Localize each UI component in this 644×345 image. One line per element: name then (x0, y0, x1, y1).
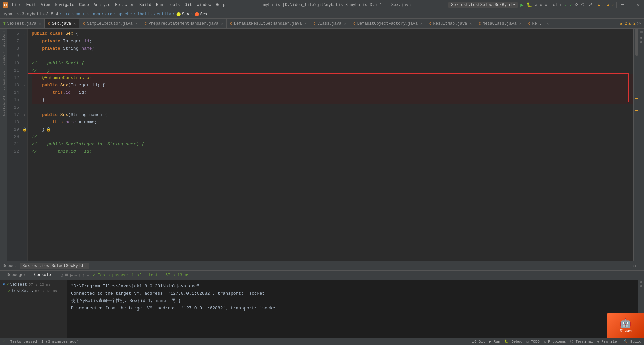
debug-minimize-icon[interactable]: — (639, 263, 641, 268)
tab-more[interactable]: C Re... ✕ (525, 19, 553, 28)
tab-drsh[interactable]: C DefaultResultSetHandler.java ✕ (227, 19, 310, 28)
test-item-sextest[interactable]: ▼ ✓ SexTest 57 s 13 ms (1, 281, 65, 288)
minimize-button[interactable]: — (620, 2, 626, 8)
window-min-max-close[interactable]: — □ ✕ (620, 2, 641, 8)
notifications-warning[interactable]: ▲ 2 (620, 21, 627, 26)
test-expand-icon[interactable]: ▼ (3, 282, 5, 287)
tab-close-drsh[interactable]: ✕ (305, 22, 307, 26)
breadcrumb-ibatis[interactable]: ibatis (137, 12, 152, 17)
notifications-error[interactable]: ▲ 2 (628, 21, 636, 26)
profiler-button[interactable]: ⊗ (540, 2, 542, 7)
editor-scrollbar[interactable] (633, 29, 638, 261)
status-problems-icon[interactable]: ⚠ Problems (544, 339, 566, 344)
tab-console[interactable]: Console (30, 271, 55, 279)
breadcrumb-java[interactable]: java (91, 12, 100, 17)
debug-button[interactable]: 🐛 (526, 2, 532, 8)
tab-close-se[interactable]: ✕ (136, 22, 138, 26)
menu-window[interactable]: Window (197, 3, 211, 7)
git-history[interactable]: ⏱ (581, 2, 585, 7)
expand-tabs-icon[interactable]: ≫ (637, 21, 641, 26)
menu-run[interactable]: Run (156, 3, 163, 7)
menu-refactor[interactable]: Refactor (115, 3, 135, 7)
tab-simpleexecutor[interactable]: C SimpleExecutor.java ✕ (79, 19, 141, 28)
debug-btn-step-over[interactable]: ↷ (74, 273, 77, 278)
breadcrumb-apache[interactable]: apache (118, 12, 132, 17)
menu-analyze[interactable]: Analyze (94, 3, 110, 7)
debug-right-icon-2[interactable]: ⊟ (639, 285, 643, 287)
menu-edit[interactable]: Edit (26, 3, 36, 7)
coverage-button[interactable]: ⊕ (535, 2, 537, 7)
more-run-options[interactable]: ≡ (545, 3, 547, 7)
warnings[interactable]: ▲ 2 (598, 3, 605, 7)
debug-right-icon-1[interactable]: ⊞ (639, 281, 643, 283)
debug-btn-resume[interactable]: ▶ (70, 273, 73, 278)
tab-dof[interactable]: C DefaultObjectFactory.java ✕ (350, 19, 426, 28)
sidebar-structure[interactable]: Structure (1, 68, 6, 93)
sidebar-right-icon-2[interactable]: ⊞ (639, 37, 643, 39)
status-todo-icon[interactable]: ☑ TODO (526, 339, 540, 344)
debug-btn-stop[interactable]: ⏹ (65, 273, 69, 278)
run-button[interactable]: ▶ (520, 2, 524, 8)
code-content[interactable]: public class Sex { private Integer id; p… (28, 29, 633, 261)
fold-13[interactable]: ▿ (22, 82, 27, 89)
run-config-dropdown-icon[interactable]: ▼ (513, 3, 515, 7)
menu-bar[interactable]: File Edit View Navigate Code Analyze Ref… (12, 3, 225, 7)
tab-close-class[interactable]: ✕ (344, 22, 346, 26)
tab-class[interactable]: C Class.java ✕ (310, 19, 350, 28)
tab-close-dof[interactable]: ✕ (420, 22, 422, 26)
git-fetch[interactable]: ⟳ (575, 2, 578, 7)
breadcrumb-src[interactable]: src (63, 12, 71, 17)
status-terminal-icon[interactable]: ⬡ Terminal (570, 339, 593, 344)
run-config-selector[interactable]: SexTest.testSelectSexById ▼ (448, 2, 518, 8)
status-git-icon[interactable]: ⎇ Git (472, 339, 485, 344)
breadcrumb-entity[interactable]: entity (157, 12, 171, 17)
tab-metaclass[interactable]: C MetaClass.java ✕ (475, 19, 525, 28)
menu-git[interactable]: Git (185, 3, 192, 7)
debug-btn-step-into[interactable]: ↓ (78, 273, 81, 278)
git-push[interactable]: ✓ (570, 2, 572, 7)
menu-view[interactable]: View (41, 3, 51, 7)
menu-help[interactable]: Help (216, 3, 225, 7)
tab-close-sex[interactable]: ✕ (74, 22, 76, 26)
menu-build[interactable]: Build (139, 3, 151, 7)
debug-btn-rerun[interactable]: ↺ (61, 273, 63, 278)
tab-resultmap[interactable]: C ResultMap.java ✕ (426, 19, 475, 28)
sidebar-right-icon-3[interactable]: ⊟ (639, 41, 643, 43)
menu-code[interactable]: Code (79, 3, 89, 7)
tab-close-mc[interactable]: ✕ (519, 22, 521, 26)
status-run-icon[interactable]: ▶ Run (489, 339, 500, 344)
debug-session-tab[interactable]: SexTest.testSelectSexByld ✕ (20, 263, 89, 269)
debug-settings-icon[interactable]: ⚙ (633, 263, 636, 269)
git-branches[interactable]: ⎇ (588, 2, 592, 7)
tab-psh[interactable]: C PreparedStatementHandler.java ✕ (141, 19, 227, 28)
fold-17[interactable]: ▿ (22, 111, 27, 119)
breadcrumb-project[interactable]: mybatis-3-mybatis-3.5.4 (3, 12, 58, 17)
debug-session-close[interactable]: ✕ (84, 264, 86, 268)
tab-close-sextest[interactable]: ✕ (39, 22, 41, 26)
sidebar-right-icon-1[interactable]: ◧ (639, 30, 643, 34)
tab-close-rm[interactable]: ✕ (470, 22, 472, 26)
status-debug-icon[interactable]: 🐛 Debug (504, 339, 523, 344)
menu-tools[interactable]: Tools (168, 3, 180, 7)
fold-6[interactable]: ▿ (22, 30, 27, 38)
maximize-button[interactable]: □ (628, 2, 634, 8)
tab-sextest[interactable]: T SexTest.java ✕ (0, 19, 45, 28)
breadcrumb-sex-method[interactable]: Sex (200, 12, 208, 17)
debug-btn-step-out[interactable]: ↑ (82, 273, 85, 278)
errors[interactable]: ▲ 2 (607, 3, 614, 7)
menu-file[interactable]: File (12, 3, 22, 7)
breadcrumb-sex-class[interactable]: Sex (182, 12, 190, 17)
menu-navigate[interactable]: Navigate (55, 3, 74, 7)
sidebar-commit[interactable]: Commit (1, 50, 6, 68)
breadcrumb-main[interactable]: main (76, 12, 86, 17)
debug-btn-more[interactable]: ≡ (86, 273, 89, 278)
scrollbar-thumb[interactable] (635, 29, 638, 56)
tab-close-more[interactable]: ✕ (547, 22, 549, 26)
sidebar-project[interactable]: Project (1, 29, 6, 50)
breadcrumb-org[interactable]: org (105, 12, 113, 17)
tab-sex[interactable]: C Sex.java ✕ (45, 19, 79, 28)
status-build-icon[interactable]: 🔨 Build (623, 339, 641, 344)
close-button[interactable]: ✕ (635, 2, 641, 8)
sidebar-favorites[interactable]: Favorites (1, 93, 6, 119)
status-profiler-icon[interactable]: ◈ Profiler (597, 339, 619, 344)
